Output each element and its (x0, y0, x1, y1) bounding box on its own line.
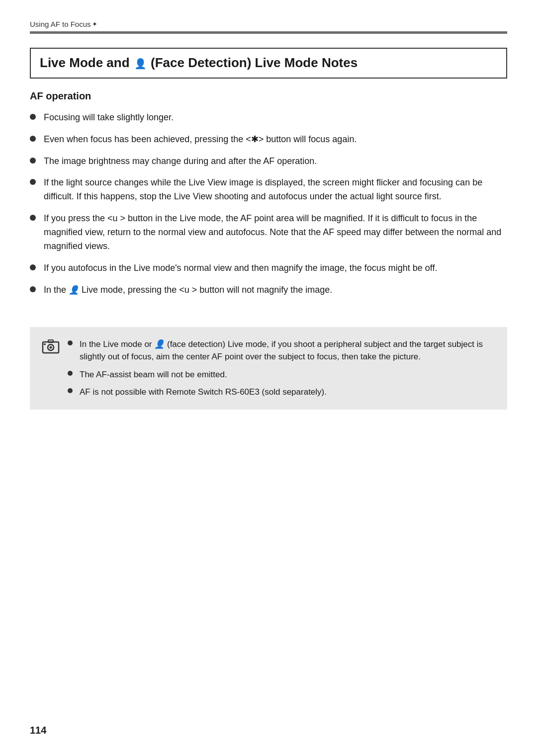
bullet-text: If you autofocus in the Live mode's norm… (44, 261, 507, 275)
note-bullet-text: The AF-assist beam will not be emitted. (80, 368, 495, 381)
section-title: Live Mode and 👤 (Face Detection) Live Mo… (40, 55, 358, 70)
bullet-text: The image brightness may change during a… (44, 155, 507, 168)
bullet-dot (30, 286, 36, 292)
page-number: 114 (30, 725, 46, 736)
title-part2: (Face Detection) Live Mode Notes (147, 55, 358, 70)
bullet-dot (30, 114, 36, 120)
note-list-item: The AF-assist beam will not be emitted. (68, 368, 495, 381)
note-bullet-dot (68, 388, 73, 393)
note-list-item: In the Live mode or 👤 (face detection) L… (68, 338, 495, 363)
note-content: In the Live mode or 👤 (face detection) L… (68, 338, 495, 399)
note-bullet-text: AF is not possible with Remote Switch RS… (80, 386, 495, 399)
note-bullet-text: In the Live mode or 👤 (face detection) L… (80, 338, 495, 363)
bullet-dot (30, 158, 36, 164)
note-box: In the Live mode or 👤 (face detection) L… (30, 327, 507, 410)
note-list-item: AF is not possible with Remote Switch RS… (68, 386, 495, 399)
bullet-list: Focusing will take slightly longer. Even… (30, 111, 507, 297)
list-item: If the light source changes while the Li… (30, 176, 507, 204)
bullet-dot (30, 264, 36, 270)
bullet-dot (30, 215, 36, 221)
subsection-title: AF operation (30, 90, 507, 102)
top-divider (30, 31, 507, 34)
face-detect-icon: 👤 (134, 57, 146, 70)
bullet-text: In the 👤 Live mode, pressing the <u > bu… (44, 283, 507, 297)
page-container: Using AF to Focus✦ Live Mode and 👤 (Face… (0, 0, 537, 756)
svg-point-3 (50, 346, 52, 348)
note-bullet-dot (68, 340, 73, 345)
list-item: If you autofocus in the Live mode's norm… (30, 261, 507, 275)
title-part1: Live Mode and (40, 55, 133, 70)
list-item: Even when focus has been achieved, press… (30, 133, 507, 147)
svg-rect-4 (44, 343, 46, 345)
list-item: The image brightness may change during a… (30, 155, 507, 168)
breadcrumb-star: ✦ (92, 20, 97, 28)
bullet-text: If you press the <u > button in the Live… (44, 212, 507, 253)
af-operation-section: AF operation Focusing will take slightly… (30, 90, 507, 297)
bullet-text: Even when focus has been achieved, press… (44, 133, 507, 147)
bullet-text: If the light source changes while the Li… (44, 176, 507, 204)
list-item: If you press the <u > button in the Live… (30, 212, 507, 253)
list-item: In the 👤 Live mode, pressing the <u > bu… (30, 283, 507, 297)
svg-rect-1 (48, 340, 53, 342)
bullet-dot (30, 179, 36, 185)
list-item: Focusing will take slightly longer. (30, 111, 507, 125)
breadcrumb: Using AF to Focus✦ (30, 20, 507, 28)
breadcrumb-text: Using AF to Focus (30, 20, 91, 28)
section-title-box: Live Mode and 👤 (Face Detection) Live Mo… (30, 48, 507, 79)
bullet-text: Focusing will take slightly longer. (44, 111, 507, 125)
note-bullet-list: In the Live mode or 👤 (face detection) L… (68, 338, 495, 399)
note-icon (42, 338, 60, 356)
note-bullet-dot (68, 371, 73, 376)
bullet-dot (30, 136, 36, 142)
